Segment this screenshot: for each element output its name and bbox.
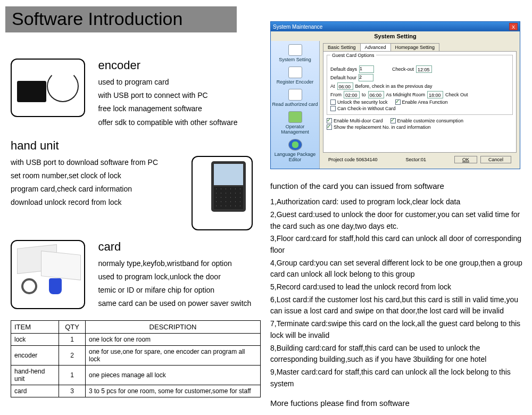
func-line: 7,Terminate card:swipe this card on the … bbox=[270, 318, 526, 341]
func-line: 9,Master card:card for staff,this card c… bbox=[270, 367, 526, 389]
tab-homepage-setting[interactable]: Homepage Setting bbox=[390, 43, 440, 51]
sidebar-label: Operator Management bbox=[281, 124, 309, 135]
checkout-field[interactable]: 12:05 bbox=[416, 65, 432, 73]
label-to: to bbox=[362, 92, 366, 97]
chk-without-card[interactable]: Can Check-in Without Card bbox=[330, 106, 396, 111]
card-functions: function of the card you can issued from… bbox=[270, 180, 526, 410]
window-sidebar: System Setting Register Encoder Read aut… bbox=[271, 41, 320, 169]
sidebar-item-read-authorized[interactable]: Read authorized card bbox=[272, 89, 318, 107]
th-desc: DESCRIPTION bbox=[86, 320, 261, 333]
encoder-heading: encoder bbox=[98, 59, 257, 72]
table-row: lock 1 one lock for one room bbox=[11, 333, 261, 345]
encoder-line: used to program card bbox=[98, 76, 257, 89]
sidebar-item-register-encoder[interactable]: Register Encoder bbox=[272, 67, 318, 85]
tab-basic-setting[interactable]: Basic Setting bbox=[323, 43, 361, 51]
chk-customize-consumption[interactable]: Enable customize consumption bbox=[390, 118, 464, 123]
table-row: hand-hend unit 1 one pieces manage all l… bbox=[11, 365, 261, 385]
card-line: temic or ID or mifare chip for option bbox=[98, 284, 257, 297]
hand-line: download unlock record from lock bbox=[11, 196, 181, 209]
hand-unit-section: hand unit with USB port to download soft… bbox=[11, 139, 263, 230]
label-at: At bbox=[330, 84, 335, 89]
chk-multi-door[interactable]: Enable Multi-door Card bbox=[327, 118, 383, 123]
label-before: Before, check in as the previous day bbox=[355, 84, 433, 89]
label-default-hour: Default hour bbox=[330, 75, 356, 80]
cell-qty: 2 bbox=[59, 345, 86, 365]
card-section: card normaly type,keyfob,wristband for o… bbox=[11, 240, 263, 311]
functions-heading: function of the card you can issued from… bbox=[270, 180, 526, 192]
func-line: 1,Authorization card: used to program lo… bbox=[270, 196, 526, 208]
cell-desc: one pieces manage all lock bbox=[86, 365, 261, 385]
cell-item: hand-hend unit bbox=[11, 365, 59, 385]
label-midnight: As Midnight Room bbox=[386, 92, 426, 97]
group-title: Guest Card Options bbox=[330, 53, 376, 58]
window-titlebar: System Maintenance X bbox=[271, 22, 520, 31]
th-item: ITEM bbox=[11, 320, 59, 333]
cell-qty: 3 bbox=[59, 385, 86, 397]
cell-item: lock bbox=[11, 333, 59, 345]
card-image bbox=[11, 240, 85, 309]
card-line: used to program lock,unlock the door bbox=[98, 270, 257, 284]
more-functions: More fuctions please find from software bbox=[270, 397, 526, 409]
chk-label: Show the replacement No. in card informa… bbox=[334, 124, 431, 130]
func-line: 4,Group card:you can set several differe… bbox=[270, 258, 526, 280]
sidebar-label: System Setting bbox=[279, 57, 311, 62]
tab-advanced[interactable]: Advanced bbox=[360, 43, 391, 51]
right-column: System Maintenance X System Setting Syst… bbox=[270, 21, 526, 411]
chk-label: Enable Multi-door Card bbox=[334, 118, 383, 123]
sidebar-item-language-editor[interactable]: Language Package Editor bbox=[272, 139, 318, 162]
hand-line: with USB port to download software from … bbox=[11, 156, 181, 169]
tab-pane-advanced: Guest Card Options Default days 1 Check-… bbox=[323, 52, 517, 153]
hand-line: set room number,set clock of lock bbox=[11, 169, 181, 182]
chk-label: Enable Area Function bbox=[402, 99, 448, 105]
chk-label: Enable customize consumption bbox=[397, 118, 464, 123]
cell-qty: 1 bbox=[59, 333, 86, 345]
sector-label: Sector:01 bbox=[406, 157, 427, 162]
table-row: encoder 2 one for use,one for spare, one… bbox=[11, 345, 261, 365]
table-row: card 3 3 to 5 pcs for one room, some for… bbox=[11, 385, 261, 397]
chk-unlock-security[interactable]: Unlock the security lock bbox=[330, 99, 388, 105]
default-hour-field[interactable]: 2 bbox=[359, 74, 373, 81]
label-from: From bbox=[330, 92, 342, 97]
cell-desc: 3 to 5 pcs for one room, some for custom… bbox=[86, 385, 261, 397]
card-heading: card bbox=[98, 240, 257, 254]
func-line: 5,Record card:used to lead the unlock re… bbox=[270, 281, 526, 293]
system-setting-window: System Maintenance X System Setting Syst… bbox=[270, 21, 520, 169]
encoder-line: with USB port to connect with PC bbox=[98, 89, 257, 102]
label-checkout: Check-out bbox=[392, 67, 414, 72]
from-time-field[interactable]: 02:00 bbox=[344, 91, 360, 98]
cell-item: encoder bbox=[11, 345, 59, 365]
encoder-line: free lock management software bbox=[98, 102, 257, 115]
sidebar-label: Register Encoder bbox=[277, 79, 314, 85]
chk-show-replacement[interactable]: Show the replacement No. in card informa… bbox=[327, 124, 431, 130]
left-column: encoder used to program card with USB po… bbox=[11, 59, 263, 397]
th-qty: QTY bbox=[59, 320, 86, 333]
func-line: 3,Floor card:card for staff,hold this ca… bbox=[270, 233, 526, 256]
to-time-field[interactable]: 06:00 bbox=[368, 91, 384, 98]
window-title: System Maintenance bbox=[273, 24, 322, 30]
sidebar-item-system-setting[interactable]: System Setting bbox=[272, 44, 318, 62]
window-footer: Project code 50634140 Sector:01 OK Cance… bbox=[323, 153, 517, 167]
sidebar-item-operator-mgmt[interactable]: Operator Management bbox=[272, 111, 318, 135]
close-icon[interactable]: X bbox=[509, 23, 518, 30]
guest-card-options-group: Guest Card Options Default days 1 Check-… bbox=[327, 55, 513, 115]
default-days-field[interactable]: 1 bbox=[359, 65, 374, 73]
func-line: 2,Guest card:used to unlock the door for… bbox=[270, 209, 526, 232]
func-line: 8,Building card:card for staff,this card… bbox=[270, 343, 526, 366]
label-checkout2: Check Out bbox=[445, 92, 468, 97]
func-line: 6,Lost card:if the customer lost his car… bbox=[270, 294, 526, 317]
encoder-image bbox=[11, 59, 85, 117]
cell-qty: 1 bbox=[59, 365, 86, 385]
midnight-time-field[interactable]: 18:00 bbox=[427, 91, 443, 98]
card-line: normaly type,keyfob,wristband for option bbox=[98, 257, 257, 270]
chk-enable-area[interactable]: Enable Area Function bbox=[395, 99, 448, 105]
ok-button[interactable]: OK bbox=[454, 156, 477, 163]
sidebar-label: Language Package Editor bbox=[275, 152, 316, 162]
chk-label: Can Check-in Without Card bbox=[337, 106, 396, 111]
hand-unit-image bbox=[192, 156, 253, 230]
label-default-days: Default days bbox=[330, 67, 357, 72]
cancel-button[interactable]: Cancel bbox=[480, 156, 511, 163]
cell-item: card bbox=[11, 385, 59, 397]
encoder-line: offer sdk to compatible with other softw… bbox=[98, 116, 257, 129]
card-line: same card can be used on power saver swi… bbox=[98, 297, 257, 310]
at-time-field[interactable]: 06:00 bbox=[337, 82, 353, 90]
